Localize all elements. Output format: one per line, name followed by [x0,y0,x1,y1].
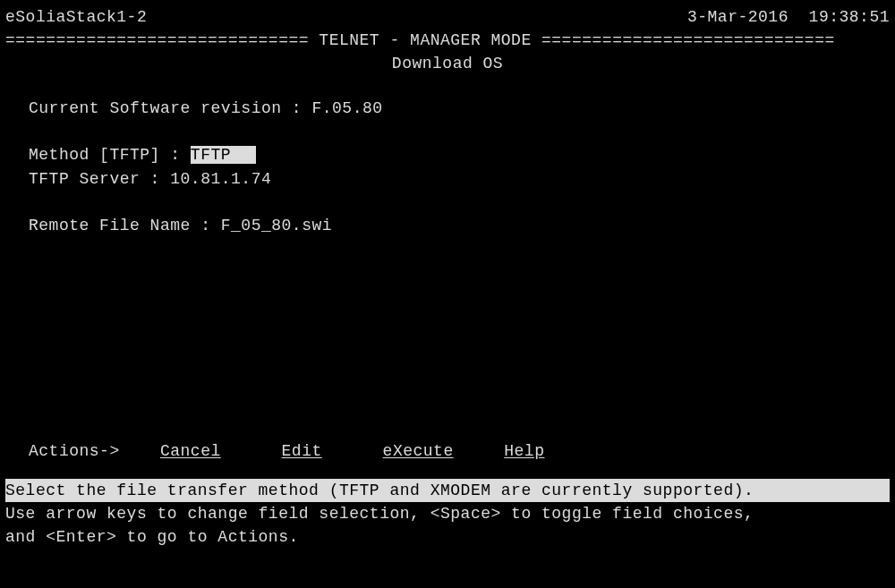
method-value[interactable]: TFTP [191,146,256,164]
tftp-server-row[interactable]: TFTP Server : 10.81.1.74 [29,167,890,191]
status-highlighted: Select the file transfer method (TFTP an… [5,479,890,502]
help-action[interactable]: Help [504,442,544,460]
tftp-server-label: TFTP Server : [29,170,160,188]
header-time: 19:38:51 [809,8,890,26]
method-row[interactable]: Method [TFTP] : TFTP [29,143,890,166]
hostname: eSoliaStack1-2 [5,5,147,29]
status-instruction-2: and <Enter> to go to Actions. [5,525,890,549]
remote-file-row[interactable]: Remote File Name : F_05_80.swi [29,214,890,237]
execute-action[interactable]: eXecute [383,442,454,460]
status-instruction-1: Use arrow keys to change field selection… [5,502,890,525]
title-main: TELNET - MANAGER MODE [309,31,541,49]
status-area: Select the file transfer method (TFTP an… [5,463,890,549]
current-software-value: F.05.80 [311,99,382,117]
remote-file-label: Remote File Name : [29,217,210,234]
method-label: Method [TFTP] : [29,146,181,164]
header-date: 3-Mar-2016 [687,8,788,26]
datetime: 3-Mar-2016 19:38:51 [687,5,890,29]
title-bar: ============================== TELNET - … [5,29,890,52]
tftp-server-value[interactable]: 10.81.1.74 [170,170,271,188]
form-content: Current Software revision : F.05.80 Meth… [5,75,890,237]
actions-menu: Actions-> Cancel Edit eXecute Help [5,237,890,463]
edit-action[interactable]: Edit [282,442,322,460]
current-software-row: Current Software revision : F.05.80 [29,97,890,120]
current-software-label: Current Software revision : [29,99,302,117]
title-subtitle: Download OS [5,52,890,75]
remote-file-value[interactable]: F_05_80.swi [221,217,332,234]
cancel-action[interactable]: Cancel [160,442,221,460]
actions-prefix: Actions-> [29,442,120,460]
